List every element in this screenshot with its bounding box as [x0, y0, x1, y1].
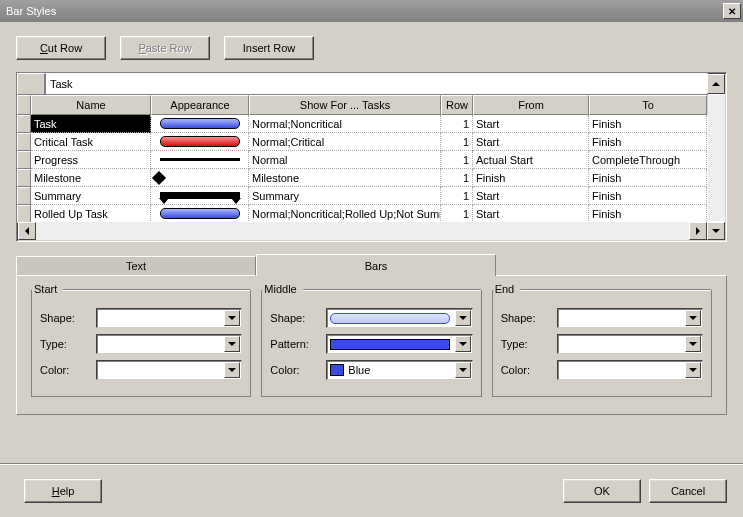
- middle-color-combo[interactable]: Blue: [326, 360, 472, 380]
- cell-row[interactable]: 1: [441, 133, 473, 151]
- bar-icon: [160, 136, 240, 147]
- cell-from[interactable]: Start: [473, 115, 589, 133]
- col-header-from[interactable]: From: [473, 95, 589, 115]
- start-type-combo[interactable]: [96, 334, 242, 354]
- dropdown-arrow[interactable]: [455, 310, 471, 326]
- toolbar: Cut Row Paste Row Insert Row: [16, 36, 727, 60]
- dropdown-arrow[interactable]: [685, 362, 701, 378]
- legend-middle: Middle: [262, 283, 298, 295]
- cell-appearance[interactable]: [151, 133, 249, 151]
- cell-to[interactable]: Finish: [589, 169, 707, 187]
- table-row[interactable]: SummarySummary1StartFinish: [17, 187, 708, 205]
- cell-name[interactable]: Summary: [31, 187, 151, 205]
- dropdown-arrow[interactable]: [224, 336, 240, 352]
- row-header[interactable]: [17, 133, 31, 151]
- start-shape-label: Shape:: [40, 312, 90, 324]
- cell-name[interactable]: Critical Task: [31, 133, 151, 151]
- cell-from[interactable]: Finish: [473, 169, 589, 187]
- cut-row-button[interactable]: Cut Row: [16, 36, 106, 60]
- cell-appearance[interactable]: [151, 169, 249, 187]
- dropdown-arrow[interactable]: [685, 336, 701, 352]
- help-button[interactable]: Help: [24, 479, 102, 503]
- cell-name[interactable]: Milestone: [31, 169, 151, 187]
- scroll-up-button[interactable]: [707, 74, 725, 94]
- tab-text[interactable]: Text: [16, 256, 256, 276]
- row-header[interactable]: [17, 205, 31, 223]
- row-header[interactable]: [17, 151, 31, 169]
- cell-to[interactable]: Finish: [589, 187, 707, 205]
- insert-row-button[interactable]: Insert Row: [224, 36, 314, 60]
- scroll-down-button[interactable]: [707, 222, 725, 240]
- cancel-button[interactable]: Cancel: [649, 479, 727, 503]
- dropdown-arrow[interactable]: [224, 310, 240, 326]
- cell-appearance[interactable]: [151, 151, 249, 169]
- vertical-scrollbar[interactable]: [708, 95, 725, 221]
- dropdown-arrow[interactable]: [455, 362, 471, 378]
- close-button[interactable]: ✕: [723, 3, 741, 19]
- middle-pattern-combo[interactable]: [326, 334, 472, 354]
- chevron-down-icon: [459, 342, 467, 346]
- row-header-blank: [17, 95, 31, 115]
- cell-show[interactable]: Normal: [249, 151, 441, 169]
- table-row[interactable]: Critical TaskNormal;Critical1StartFinish: [17, 133, 708, 151]
- row-header[interactable]: [17, 169, 31, 187]
- cell-to[interactable]: Finish: [589, 115, 707, 133]
- scroll-track[interactable]: [36, 222, 689, 240]
- cell-name[interactable]: Progress: [31, 151, 151, 169]
- end-type-combo[interactable]: [557, 334, 703, 354]
- cell-show[interactable]: Normal;Noncritical;Rolled Up;Not Summary: [249, 205, 441, 223]
- row-header[interactable]: [17, 187, 31, 205]
- chevron-down-icon: [459, 316, 467, 320]
- col-header-appearance[interactable]: Appearance: [151, 95, 249, 115]
- cell-name[interactable]: Rolled Up Task: [31, 205, 151, 223]
- cell-from[interactable]: Start: [473, 133, 589, 151]
- cell-show[interactable]: Normal;Critical: [249, 133, 441, 151]
- chevron-down-icon: [228, 316, 236, 320]
- table-row[interactable]: TaskNormal;Noncritical1StartFinish: [17, 115, 708, 133]
- cell-row[interactable]: 1: [441, 115, 473, 133]
- cell-appearance[interactable]: [151, 187, 249, 205]
- col-header-to[interactable]: To: [589, 95, 707, 115]
- col-header-name[interactable]: Name: [31, 95, 151, 115]
- middle-shape-label: Shape:: [270, 312, 320, 324]
- cell-row[interactable]: 1: [441, 151, 473, 169]
- cell-to[interactable]: CompleteThrough: [589, 151, 707, 169]
- start-color-combo[interactable]: [96, 360, 242, 380]
- cell-show[interactable]: Summary: [249, 187, 441, 205]
- end-color-combo[interactable]: [557, 360, 703, 380]
- middle-shape-combo[interactable]: [326, 308, 472, 328]
- cell-appearance[interactable]: [151, 205, 249, 223]
- cell-from[interactable]: Start: [473, 187, 589, 205]
- chevron-down-icon: [689, 316, 697, 320]
- tab-bars[interactable]: Bars: [256, 254, 496, 276]
- start-shape-combo[interactable]: [96, 308, 242, 328]
- cell-from[interactable]: Start: [473, 205, 589, 223]
- cell-row[interactable]: 1: [441, 169, 473, 187]
- dropdown-arrow[interactable]: [224, 362, 240, 378]
- table-row[interactable]: Rolled Up TaskNormal;Noncritical;Rolled …: [17, 205, 708, 223]
- cell-row[interactable]: 1: [441, 205, 473, 223]
- cell-row[interactable]: 1: [441, 187, 473, 205]
- chevron-down-icon: [689, 368, 697, 372]
- cell-appearance[interactable]: [151, 115, 249, 133]
- cell-show[interactable]: Normal;Noncritical: [249, 115, 441, 133]
- table-row[interactable]: ProgressNormal1Actual StartCompleteThrou…: [17, 151, 708, 169]
- scroll-left-button[interactable]: [18, 222, 36, 240]
- cell-from[interactable]: Actual Start: [473, 151, 589, 169]
- cell-name[interactable]: Task: [31, 115, 151, 133]
- horizontal-scrollbar[interactable]: [18, 222, 725, 240]
- row-header[interactable]: [17, 115, 31, 133]
- ok-button[interactable]: OK: [563, 479, 641, 503]
- col-header-row[interactable]: Row: [441, 95, 473, 115]
- cell-show[interactable]: Milestone: [249, 169, 441, 187]
- end-shape-combo[interactable]: [557, 308, 703, 328]
- cell-to[interactable]: Finish: [589, 133, 707, 151]
- table-row[interactable]: MilestoneMilestone1FinishFinish: [17, 169, 708, 187]
- dropdown-arrow[interactable]: [455, 336, 471, 352]
- dropdown-arrow[interactable]: [685, 310, 701, 326]
- scroll-right-button[interactable]: [689, 222, 707, 240]
- cell-editor[interactable]: Task: [45, 73, 708, 95]
- col-header-show[interactable]: Show For ... Tasks: [249, 95, 441, 115]
- cell-to[interactable]: Finish: [589, 205, 707, 223]
- bar-styles-grid: Task Name Appearance Show For ... Tasks …: [16, 72, 727, 242]
